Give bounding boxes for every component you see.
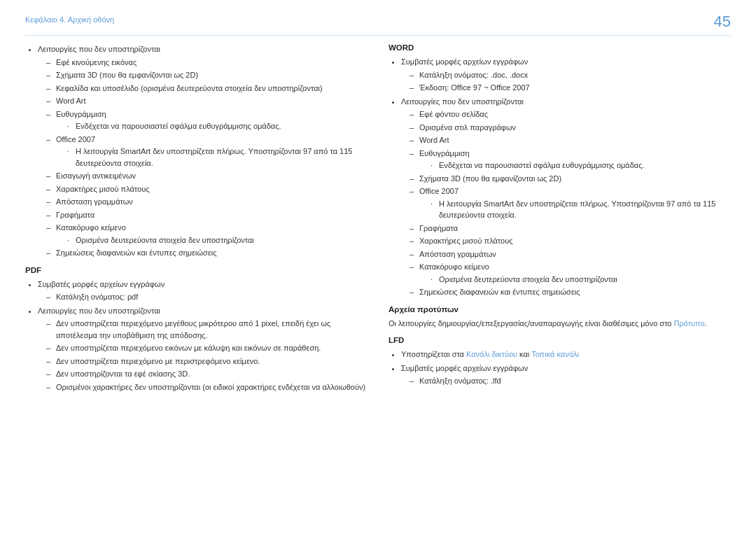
list-item: Λειτουργίες που δεν υποστηρίζονται Εφέ κ…: [38, 43, 368, 259]
archeia-description: Οι λειτουργίες δημιουργίας/επεξεργασίας/…: [388, 318, 731, 330]
list-item: Η λειτουργία SmartArt δεν υποστηρίζεται …: [429, 198, 731, 221]
list-item: Γραφήματα: [410, 223, 731, 234]
list-item: Κατακόρυφο κείμενο Ορισμένα δευτερεύοντα…: [410, 261, 731, 285]
list-item: Κατακόρυφο κείμενο Ορισμένα δευτερεύοντα…: [46, 222, 368, 246]
list-item: Γραφήματα: [46, 209, 368, 221]
list-item: Office 2007 Η λειτουργία SmartArt δεν υπ…: [46, 134, 368, 169]
list-item: Ευθυγράμμιση Ενδέχεται να παρουσιαστεί σ…: [46, 108, 368, 132]
list-item: Δεν υποστηρίζεται περιεχόμενο εικόνων με…: [46, 342, 368, 354]
word-list: Συμβατές μορφές αρχείων εγγράφων Κατάληξ…: [388, 56, 731, 298]
list-item: Δεν υποστηρίζονται τα εφέ σκίασης 3D.: [46, 368, 368, 380]
pdf-section-title: PDF: [25, 266, 368, 274]
intro-list: Λειτουργίες που δεν υποστηρίζονται Εφέ κ…: [25, 43, 368, 259]
list-item: Ενδέχεται να παρουσιαστεί σφάλμα ευθυγρά…: [429, 160, 731, 171]
list-item: Κεφαλίδα και υποσέλιδο (ορισμένα δευτερε…: [46, 83, 368, 94]
list-item: Έκδοση: Office 97 ~ Office 2007: [410, 82, 731, 94]
list-item: Σχήματα 3D (που θα εμφανίζονται ως 2D): [410, 173, 731, 185]
list-item: Υποστηρίζεται στα Κανάλι δικτύου και Τοπ…: [401, 349, 731, 360]
list-item: Η λειτουργία SmartArt δεν υποστηρίζεται …: [66, 146, 368, 169]
list-item: Σημειώσεις διαφανειών και έντυπες σημειώ…: [410, 286, 731, 298]
list-item: Κατάληξη ονόματος: pdf: [46, 291, 368, 303]
list-item: Σημειώσεις διαφανειών και έντυπες σημειώ…: [46, 247, 368, 259]
list-item: Συμβατές μορφές αρχείων εγγράφων Κατάληξ…: [401, 363, 731, 387]
list-item: Ορισμένα στιλ παραγράφων: [410, 122, 731, 134]
divider-line: [25, 35, 731, 36]
list-item: Εφέ φόντου σελίδας: [410, 108, 731, 120]
left-column: Λειτουργίες που δεν υποστηρίζονται Εφέ κ…: [25, 43, 368, 513]
list-item: Office 2007 Η λειτουργία SmartArt δεν υπ…: [410, 185, 731, 221]
list-item: Εισαγωγή αντικειμένων: [46, 170, 368, 182]
list-item: Word Art: [410, 134, 731, 146]
list-item: Δεν υποστηρίζεται περιεχόμενο με περιστρ…: [46, 356, 368, 367]
list-item: Ορισμένα δευτερεύοντα στοιχεία δεν υποστ…: [429, 274, 731, 286]
list-item: Σχήματα 3D (που θα εμφανίζονται ως 2D): [46, 69, 368, 81]
list-item: Ευθυγράμμιση Ενδέχεται να παρουσιαστεί σ…: [410, 148, 731, 171]
pdf-list: Συμβατές μορφές αρχείων εγγράφων Κατάληξ…: [25, 279, 368, 393]
right-column: WORD Συμβατές μορφές αρχείων εγγράφων Κα…: [388, 43, 731, 513]
archeia-section-title: Αρχεία προτύπων: [388, 305, 731, 314]
list-item: Εφέ κινούμενης εικόνας: [46, 57, 368, 69]
list-item: Word Art: [46, 95, 368, 107]
list-item: Λειτουργίες που δεν υποστηρίζονται Εφέ φ…: [401, 96, 731, 298]
protipo-link[interactable]: Πρότυπο: [674, 319, 705, 328]
breadcrumb: Κεφάλαιο 4. Αρχική οθόνη: [25, 15, 114, 24]
list-item: Συμβατές μορφές αρχείων εγγράφων Κατάληξ…: [38, 279, 368, 303]
list-item: Λειτουργίες που δεν υποστηρίζονται Δεν υ…: [38, 305, 368, 393]
list-item: Κατάληξη ονόματος: .doc, .docx: [410, 69, 731, 81]
list-item: Χαρακτήρες μισού πλάτους: [410, 235, 731, 247]
list-item: Ορισμένοι χαρακτήρες δεν υποστηρίζονται …: [46, 381, 368, 393]
lfd-list: Υποστηρίζεται στα Κανάλι δικτύου και Τοπ…: [388, 349, 731, 387]
list-item: Ενδέχεται να παρουσιαστεί σφάλμα ευθυγρά…: [66, 120, 368, 132]
list-item: Δεν υποστηρίζεται περιεχόμενο μεγέθους μ…: [46, 318, 368, 341]
list-item: Ορισμένα δευτερεύοντα στοιχεία δεν υποστ…: [66, 234, 368, 246]
list-item: Απόσταση γραμμάτων: [46, 196, 368, 208]
local-channel-link[interactable]: Τοπικά κανάλι: [531, 350, 579, 358]
list-item: Απόσταση γραμμάτων: [410, 248, 731, 260]
list-item: Συμβατές μορφές αρχείων εγγράφων Κατάληξ…: [401, 56, 731, 94]
list-item: Χαρακτήρες μισού πλάτους: [46, 183, 368, 195]
network-channel-link[interactable]: Κανάλι δικτύου: [466, 350, 517, 358]
page-number: 45: [714, 13, 731, 31]
lfd-section-title: LFD: [388, 336, 731, 344]
word-section-title: WORD: [388, 43, 731, 52]
list-item: Κατάληξη ονόματος: .lfd: [410, 375, 731, 387]
